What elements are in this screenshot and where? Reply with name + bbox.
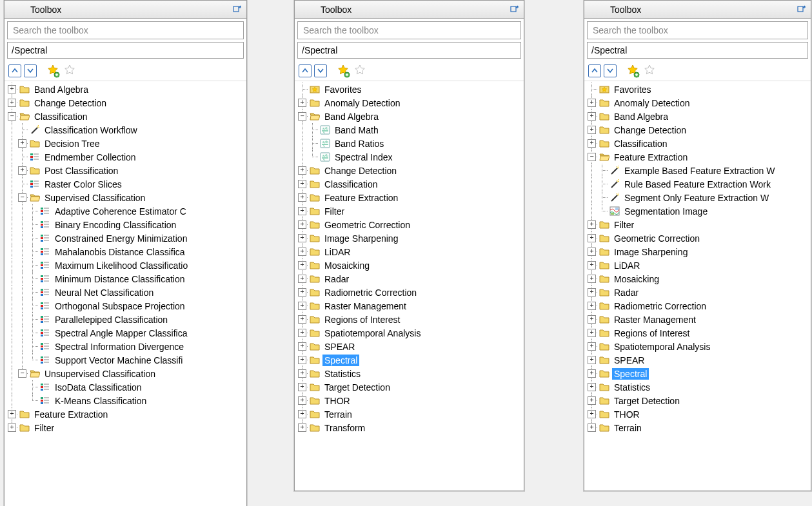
tree-item-label[interactable]: Anomaly Detection <box>612 97 692 109</box>
tree-item-label[interactable]: Classification <box>612 138 669 150</box>
tree-expander[interactable]: + <box>588 112 596 121</box>
tree-expander[interactable]: + <box>298 396 306 405</box>
tree-row[interactable]: +THOR <box>584 407 811 421</box>
tree-row[interactable]: +Spatiotemporal Analysis <box>295 326 524 340</box>
toolbox-tree[interactable]: +Band Algebra+Change Detection−Classific… <box>5 81 246 506</box>
tree-item-label[interactable]: Orthogonal Subspace Projection <box>53 300 187 312</box>
tree-row[interactable]: +Band Algebra <box>584 110 811 123</box>
tree-item-label[interactable]: Favorites <box>322 84 364 95</box>
tree-row[interactable]: Example Based Feature Extraction W <box>584 164 811 177</box>
tree-item-label[interactable]: Change Detection <box>32 97 108 109</box>
tree-row[interactable]: Orthogonal Subspace Projection <box>5 299 246 313</box>
tree-expander[interactable]: + <box>588 261 596 269</box>
tree-expander[interactable]: + <box>298 410 306 418</box>
tree-expander[interactable]: + <box>588 410 596 418</box>
tree-row[interactable]: +Spectral <box>584 367 811 380</box>
tree-expander[interactable]: + <box>298 302 306 310</box>
tree-expander[interactable]: + <box>8 423 16 432</box>
tree-item-label[interactable]: Target Detection <box>322 382 392 393</box>
tree-item-label[interactable]: Classification Workflow <box>43 124 139 136</box>
search-input[interactable] <box>302 24 517 36</box>
tree-item-label[interactable]: Band Algebra <box>322 111 381 122</box>
tree-row[interactable]: Mahalanobis Distance Classifica <box>5 245 246 258</box>
tree-expander[interactable]: + <box>588 288 596 297</box>
tree-expander[interactable]: + <box>588 126 596 134</box>
path-box[interactable]: /Spectral <box>587 42 808 59</box>
tree-row[interactable]: Spectral Index <box>295 150 524 164</box>
tree-item-label[interactable]: Filter <box>612 219 636 231</box>
tree-item-label[interactable]: Endmember Collection <box>43 151 138 163</box>
tree-expander[interactable]: + <box>588 234 596 242</box>
undock-button[interactable] <box>231 4 243 15</box>
tree-expander[interactable]: + <box>588 302 596 310</box>
tree-row[interactable]: Constrained Energy Minimization <box>5 231 246 245</box>
tree-row[interactable]: +Radar <box>584 286 811 299</box>
search-box[interactable] <box>587 21 808 39</box>
tree-item-label[interactable]: Radiometric Correction <box>322 287 419 298</box>
tree-expander[interactable]: + <box>298 234 306 242</box>
tree-row[interactable]: +Image Sharpening <box>584 245 811 258</box>
tree-expander[interactable]: + <box>588 275 596 283</box>
tree-row[interactable]: +Change Detection <box>295 164 524 177</box>
tree-row[interactable]: +Target Detection <box>584 394 811 407</box>
search-box[interactable] <box>297 21 521 39</box>
tree-expander[interactable]: + <box>298 220 306 229</box>
favorite-add-button[interactable] <box>336 64 350 78</box>
tree-row[interactable]: −Classification <box>5 110 246 123</box>
tree-expander[interactable]: + <box>588 369 596 378</box>
tree-expander[interactable]: − <box>18 369 26 378</box>
tree-row[interactable]: +Statistics <box>584 380 811 394</box>
tree-item-label[interactable]: Spectral <box>612 368 649 380</box>
tree-row[interactable]: Band Math <box>295 123 524 137</box>
tree-item-label[interactable]: Change Detection <box>612 124 688 136</box>
expand-down-button[interactable] <box>604 64 617 77</box>
tree-item-label[interactable]: Favorites <box>612 84 653 95</box>
tree-row[interactable]: +Feature Extraction <box>295 191 524 204</box>
undock-button[interactable] <box>795 4 807 15</box>
tree-item-label[interactable]: Rule Based Feature Extraction Work <box>622 179 773 190</box>
search-input[interactable] <box>12 24 239 36</box>
tree-item-label[interactable]: Parallelepiped Classification <box>53 314 170 326</box>
tree-row[interactable]: +Terrain <box>584 421 811 434</box>
tree-item-label[interactable]: Geometric Correction <box>322 219 412 231</box>
expand-down-button[interactable] <box>24 64 37 77</box>
tree-row[interactable]: +LiDAR <box>295 245 524 258</box>
tree-item-label[interactable]: Segmentation Image <box>622 206 709 217</box>
tree-expander[interactable]: + <box>298 248 306 256</box>
tree-row[interactable]: +Target Detection <box>295 380 524 394</box>
favorite-remove-button[interactable] <box>642 64 657 78</box>
tree-row[interactable]: +SPEAR <box>295 340 524 353</box>
tree-expander[interactable]: + <box>298 180 306 188</box>
tree-row[interactable]: Raster Color Slices <box>5 177 246 191</box>
tree-row[interactable]: +Raster Management <box>584 313 811 326</box>
tree-row[interactable]: +Classification <box>295 177 524 191</box>
tree-expander[interactable]: − <box>298 112 306 121</box>
tree-item-label[interactable]: SPEAR <box>322 341 357 353</box>
tree-row[interactable]: +Spatiotemporal Analysis <box>584 340 811 353</box>
tree-row[interactable]: +Geometric Correction <box>584 231 811 245</box>
tree-item-label[interactable]: Regions of Interest <box>322 314 402 326</box>
expand-down-button[interactable] <box>314 64 327 77</box>
tree-expander[interactable]: − <box>18 193 26 202</box>
tree-item-label[interactable]: Binary Encoding Classification <box>53 219 178 231</box>
tree-row[interactable]: +Mosaicking <box>584 272 811 286</box>
tree-expander[interactable]: + <box>8 410 16 418</box>
tree-row[interactable]: Favorites <box>295 83 524 96</box>
tree-row[interactable]: Segment Only Feature Extraction W <box>584 191 811 204</box>
tree-expander[interactable]: + <box>588 248 596 256</box>
tree-item-label[interactable]: Adaptive Coherence Estimator C <box>53 206 188 217</box>
tree-row[interactable]: Maximum Likelihood Classificatio <box>5 258 246 272</box>
tree-expander[interactable]: + <box>298 288 306 297</box>
tree-row[interactable]: Favorites <box>584 83 811 96</box>
tree-item-label[interactable]: Geometric Correction <box>612 233 702 244</box>
tree-item-label[interactable]: Radar <box>322 273 351 285</box>
tree-row[interactable]: Adaptive Coherence Estimator C <box>5 204 246 218</box>
tree-row[interactable]: +Change Detection <box>5 96 246 110</box>
tree-item-label[interactable]: Post Classification <box>43 165 120 177</box>
tree-item-label[interactable]: Feature Extraction <box>612 151 689 163</box>
tree-item-label[interactable]: Regions of Interest <box>612 327 692 339</box>
tree-row[interactable]: Band Ratios <box>295 137 524 150</box>
tree-item-label[interactable]: Image Sharpening <box>612 246 689 258</box>
tree-row[interactable]: −Supervised Classification <box>5 191 246 204</box>
tree-item-label[interactable]: Mosaicking <box>612 273 661 285</box>
